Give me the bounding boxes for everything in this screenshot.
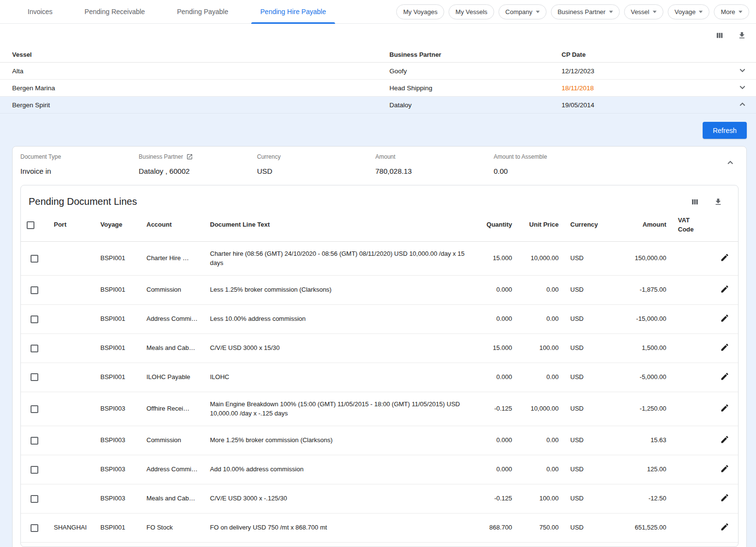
- cell-unit-price: 0.00: [518, 276, 564, 305]
- vessel-row-bergen-spirit[interactable]: Bergen Spirit Dataloy 19/05/2014: [0, 97, 756, 114]
- edit-line-button[interactable]: [719, 313, 730, 325]
- tab[interactable]: Invoices: [12, 0, 68, 24]
- edit-line-button[interactable]: [719, 402, 730, 415]
- document-line-row: BSPI001 Charter Hire … Charter hire (08:…: [21, 241, 738, 276]
- tab[interactable]: Pending Payable: [161, 0, 244, 24]
- header-vat-code: VAT Code: [672, 209, 711, 241]
- cell-document-line-text: More 1.25% broker commission (Clarksons): [204, 426, 473, 455]
- row-checkbox[interactable]: [31, 373, 38, 381]
- tab[interactable]: Pending Hire Payable: [244, 0, 342, 24]
- cell-quantity: 0.000: [473, 305, 518, 334]
- cell-port: [48, 484, 95, 514]
- cell-account: Commission: [141, 426, 204, 455]
- document-field: Amount to Assemble 0.00: [494, 153, 612, 175]
- expand-button[interactable]: [729, 65, 756, 77]
- tab-label: Pending Hire Payable: [260, 8, 326, 16]
- cell-currency: USD: [564, 363, 606, 392]
- open-in-new-icon[interactable]: [186, 153, 193, 160]
- collapse-button[interactable]: [729, 99, 756, 111]
- download-button[interactable]: [737, 30, 747, 41]
- edit-line-button[interactable]: [719, 521, 730, 534]
- cell-account: Address Commi…: [141, 305, 204, 334]
- cell-document-line-text: ILOHC: [204, 363, 473, 392]
- header-vessel: Vessel: [12, 51, 389, 58]
- header-port: Port: [48, 209, 95, 241]
- chevron-up-icon: [737, 99, 748, 111]
- row-checkbox[interactable]: [31, 466, 38, 474]
- cell-document-line-text: Less 10.00% address commission: [204, 305, 473, 334]
- edit-line-button[interactable]: [719, 492, 730, 505]
- edit-icon: [720, 346, 729, 353]
- document-line-row: BSPI003 Commission More 1.25% broker com…: [21, 426, 738, 455]
- cell-account: Commission: [141, 276, 204, 305]
- row-checkbox[interactable]: [31, 345, 38, 352]
- filter-chip[interactable]: More: [714, 4, 749, 19]
- cell-voyage: BSPI003: [95, 426, 141, 455]
- row-checkbox[interactable]: [31, 524, 38, 532]
- filter-chip[interactable]: Voyage: [668, 4, 709, 19]
- cell-account: Offhire Recei…: [141, 392, 204, 426]
- row-checkbox[interactable]: [31, 286, 38, 294]
- cell-port: [48, 241, 95, 276]
- cell-currency: USD: [564, 276, 606, 305]
- cell-unit-price: 0.00: [518, 305, 564, 334]
- cell-port: SHANGHAI: [48, 513, 95, 542]
- tab[interactable]: Pending Receivable: [68, 0, 161, 24]
- cell-voyage: BSPI001: [95, 305, 141, 334]
- cell-document-line-text: Main Engine Breakdown 100% (15:00 (GMT) …: [204, 392, 473, 426]
- filter-chip[interactable]: Vessel: [624, 4, 663, 19]
- field-value: 0.00: [494, 167, 612, 175]
- cp-date: 19/05/2014: [562, 101, 729, 109]
- vessel-row-bergen-marina[interactable]: Bergen Marina Head Shipping 18/11/2018: [0, 80, 756, 97]
- field-label: Amount: [375, 153, 395, 160]
- cell-quantity: 0.000: [473, 455, 518, 484]
- refresh-button[interactable]: Refresh: [703, 122, 747, 139]
- expand-button[interactable]: [729, 82, 756, 94]
- vessel-name: Alta: [12, 67, 389, 75]
- cell-voyage: BSPI001: [95, 241, 141, 276]
- edit-line-button[interactable]: [719, 252, 730, 265]
- cell-document-line-text: Less 1.25% broker commission (Clarksons): [204, 276, 473, 305]
- lines-download-button[interactable]: [713, 197, 724, 207]
- filter-chip-label: My Vessels: [455, 8, 487, 16]
- filter-chip[interactable]: Business Partner: [551, 4, 620, 19]
- chevron-down-icon: [699, 11, 703, 13]
- filter-chip[interactable]: My Vessels: [449, 4, 494, 19]
- top-bar: Invoices Pending Receivable Pending Paya…: [0, 0, 756, 24]
- vessel-row-alta[interactable]: Alta Goofy 12/12/2023: [0, 63, 756, 80]
- filter-chip[interactable]: Company: [499, 4, 547, 19]
- document-line-row: SHANGHAI BSPI001 FO Stock FO on delivery…: [21, 513, 738, 542]
- edit-line-button[interactable]: [719, 283, 730, 296]
- column-settings-button[interactable]: [714, 30, 725, 41]
- lines-column-settings-button[interactable]: [690, 197, 700, 207]
- filter-chip[interactable]: My Voyages: [396, 4, 444, 19]
- row-checkbox[interactable]: [31, 315, 38, 323]
- cell-document-line-text: C/V/E USD 3000 x 15/30: [204, 334, 473, 363]
- cell-currency: USD: [564, 426, 606, 455]
- chevron-down-icon: [737, 82, 748, 94]
- edit-line-button[interactable]: [719, 342, 730, 354]
- row-checkbox[interactable]: [31, 495, 38, 503]
- filter-chip-label: Voyage: [675, 8, 695, 16]
- row-checkbox[interactable]: [31, 255, 38, 263]
- vessel-name: Bergen Spirit: [12, 101, 389, 109]
- cell-vat-code: [672, 276, 711, 305]
- download-icon: [738, 31, 746, 40]
- edit-line-button[interactable]: [719, 463, 730, 476]
- cell-voyage: BSPI003: [95, 392, 141, 426]
- row-checkbox[interactable]: [31, 437, 38, 445]
- document-field: Document Type Invoice in: [20, 153, 139, 175]
- cell-port: [48, 276, 95, 305]
- edit-icon: [720, 526, 729, 533]
- select-all-checkbox[interactable]: [27, 221, 34, 229]
- cell-vat-code: [672, 513, 711, 542]
- lines-header-row: Port Voyage Account Document Line Text Q…: [21, 209, 738, 241]
- collapse-document-button[interactable]: [724, 156, 737, 169]
- cell-currency: USD: [564, 334, 606, 363]
- cell-document-line-text: Charter hire (08:56 (GMT) 24/10/2020 - 0…: [204, 241, 473, 276]
- cell-account: FO Stock: [141, 513, 204, 542]
- row-checkbox[interactable]: [31, 405, 38, 413]
- edit-line-button[interactable]: [719, 434, 730, 447]
- vessel-table-header: Vessel Business Partner CP Date: [0, 47, 756, 63]
- edit-line-button[interactable]: [719, 371, 730, 383]
